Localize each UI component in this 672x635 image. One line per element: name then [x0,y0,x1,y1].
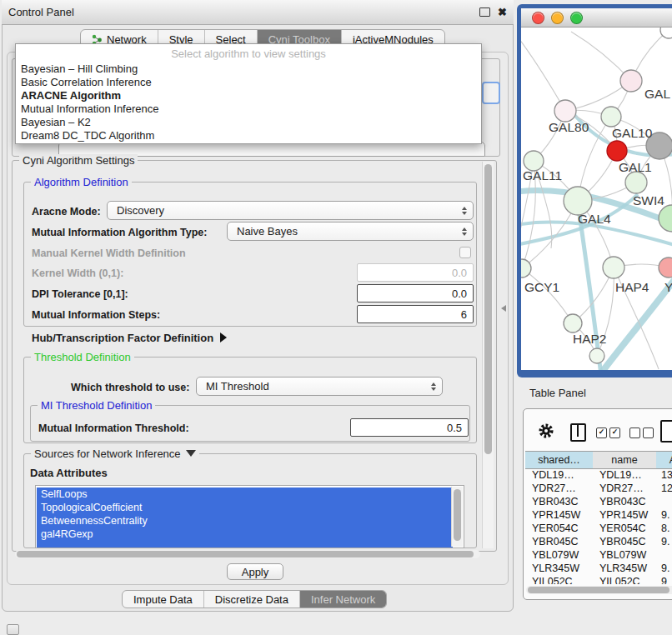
focused-combo-fragment[interactable] [482,82,500,104]
hub-tf-definition-label: Hub/Transcription Factor Definition [32,332,213,344]
dpi-tolerance-field[interactable]: 0.0 [357,284,474,302]
table-row[interactable]: YIL052CYIL052C9 [525,575,672,584]
table-cell [656,548,672,562]
algorithm-option[interactable]: Bayesian – K2 [16,116,481,129]
screenshot-root: Control Panel ✖ NetworkStyleSelectCyni T… [0,0,672,635]
network-node[interactable] [660,28,672,38]
network-window-titlebar[interactable] [521,8,672,28]
table-hscrollbar-track[interactable] [526,586,672,594]
expand-arrow-icon [220,332,227,342]
aracne-mode-combo[interactable]: Discovery [107,201,474,220]
kernel-width-field[interactable]: 0.0 [357,263,474,282]
table-hscrollbar-thumb[interactable] [528,587,669,593]
table-row[interactable]: YBR043CYBR043C [525,495,672,508]
combo-stepper-icon [462,207,467,215]
network-node-label: GAL80 [549,120,589,134]
network-node-gal[interactable] [620,70,642,92]
network-node-gal80[interactable] [554,100,576,122]
deselect-all-columns-icon[interactable] [629,428,654,438]
table-cell [656,495,672,508]
network-node-gal4[interactable] [564,187,592,215]
network-node-y[interactable] [659,258,672,278]
algorithm-option[interactable]: Mutual Information Inference [16,102,481,116]
float-window-icon[interactable] [479,8,490,17]
table-row[interactable]: YDR27…YDR27…12 [525,482,672,495]
table-row[interactable]: YPR145WYPR145W9. [525,508,672,522]
data-attribute-item[interactable]: gal4RGexp [37,528,453,541]
table-cell: YBR045C [525,535,593,548]
table-cell: YDR27… [593,482,656,495]
data-attribute-item-partial[interactable] [37,541,453,548]
table-cell: YPR145W [525,508,593,522]
column-header-shared-name[interactable]: shared… [525,451,594,469]
table-row[interactable]: YLR345WYLR345W9. [525,562,672,575]
table-row[interactable]: YBL079WYBL079W [525,548,672,562]
network-node-swi4[interactable] [659,205,672,232]
table-cell: YBR045C [593,535,656,548]
table-cell: YBR043C [593,495,656,508]
mi-type-combo[interactable]: Naive Bayes [227,222,474,241]
algorithm-option[interactable]: Bayesian – Hill Climbing [16,62,481,76]
apply-button[interactable]: Apply [227,563,283,580]
manual-kernel-checkbox[interactable] [459,247,471,258]
kernel-width-label: Kernel Width (0,1): [32,268,123,279]
algorithm-definition-title: Algorithm Definition [31,176,132,188]
settings-hscrollbar-thumb[interactable] [17,551,474,558]
algorithm-option[interactable]: Basic Correlation Inference [16,76,481,89]
table-cell: YBR043C [525,495,593,508]
column-header-partial[interactable]: A [656,451,672,469]
gear-icon[interactable] [537,422,555,440]
table-row[interactable]: YBR045CYBR045C9. [525,535,672,548]
bottom-tab-infer-network[interactable]: Infer Network [300,591,386,608]
bottom-tab-impute-data[interactable]: Impute Data [123,591,204,608]
data-attributes-list[interactable]: SelfLoopsTopologicalCoefficientBetweenne… [35,485,464,548]
collapsed-panel-icon[interactable] [7,624,19,635]
table-cell: 9. [656,535,672,548]
settings-hscrollbar-track[interactable] [15,550,480,558]
network-node[interactable] [589,348,604,363]
table-cell: YLR345W [593,562,656,575]
splitter-collapse-icon[interactable] [501,305,506,312]
table-row[interactable]: YER054CYER054C8. [525,522,672,535]
network-edge [521,36,565,111]
data-attribute-item[interactable]: SelfLoops [37,488,453,501]
data-attribute-item[interactable]: BetweennessCentrality [37,514,453,528]
table-row[interactable]: YDL19…YDL19…13 [525,468,672,482]
settings-group-title: Cyni Algorithm Settings [19,154,138,167]
attributes-scrollbar-thumb[interactable] [454,489,461,541]
hub-tf-definition-toggle[interactable]: Hub/Transcription Factor Definition [32,332,227,344]
column-header-name[interactable]: name [593,451,657,469]
network-node[interactable] [607,141,627,161]
network-node-label: GAL11 [523,168,562,182]
mi-type-label: Mutual Information Algorithm Type: [32,227,207,238]
table-cell: YLR345W [525,562,593,575]
mi-steps-field[interactable]: 6 [357,305,474,323]
algorithm-option[interactable]: ARACNE Algorithm [16,89,481,102]
minimize-traffic-light-icon[interactable] [551,12,564,24]
network-node-label: GAL [644,87,670,101]
control-panel-titlebar[interactable]: Control Panel ✖ [2,0,514,25]
page-icon[interactable] [660,420,672,442]
columns-icon[interactable] [570,423,586,442]
network-node-label: GCY1 [524,280,559,294]
close-traffic-light-icon[interactable] [532,12,544,24]
close-icon[interactable]: ✖ [498,7,507,18]
settings-scrollbar-thumb[interactable] [484,164,492,454]
algorithm-option[interactable]: Dream8 DC_TDC Algorithm [16,129,481,142]
zoom-traffic-light-icon[interactable] [570,12,583,24]
mi-threshold-field[interactable]: 0.5 [350,418,469,437]
attributes-scrollbar-track[interactable] [451,487,463,547]
algorithm-popup: Select algorithm to view settings Bayesi… [15,43,482,144]
bottom-tab-discretize-data[interactable]: Discretize Data [204,591,300,608]
network-canvas[interactable]: GALGAL80GAL10GAL1GAL11SWI4GAL4GCY1HAP4YH… [521,28,672,370]
table-cell: YBL079W [593,548,656,562]
network-node-hap4[interactable] [603,257,624,278]
which-threshold-combo[interactable]: MI Threshold [196,377,443,396]
data-attribute-item[interactable]: TopologicalCoefficient [37,501,453,514]
threshold-definition-title: Threshold Definition [31,351,134,363]
network-node-hap2[interactable] [564,314,582,332]
network-node-gal10[interactable] [601,107,621,127]
select-all-columns-icon[interactable]: ✓✓ [596,428,620,438]
network-node-gal1[interactable] [625,172,647,193]
settings-scrollbar-track[interactable] [482,162,494,548]
